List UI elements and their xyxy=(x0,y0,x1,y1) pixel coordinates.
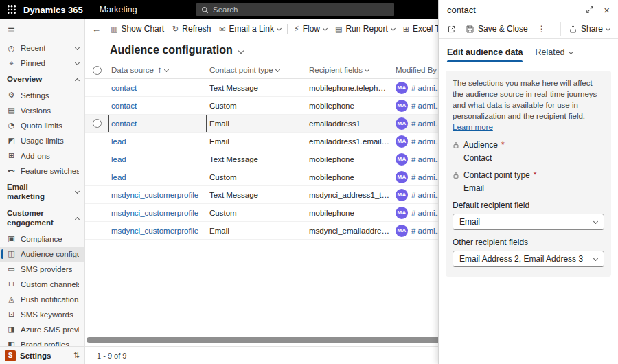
required-asterisk: * xyxy=(534,170,537,180)
expand-panel-icon[interactable] xyxy=(586,5,594,14)
data-source-link[interactable]: lead xyxy=(111,137,126,146)
chevron-down-icon xyxy=(277,25,282,30)
data-source-link[interactable]: msdynci_customerprofile xyxy=(111,227,198,235)
tab-edit-audience-data[interactable]: Edit audience data xyxy=(447,47,523,62)
show-chart-button[interactable]: ▥ Show Chart xyxy=(106,21,168,36)
chevron-down-icon xyxy=(323,25,328,30)
brand-title[interactable]: Dynamics 365 xyxy=(23,5,83,15)
default-recipient-field: Default recipient field Email xyxy=(453,201,604,230)
sidebar-group-overview[interactable]: Overview xyxy=(0,71,84,88)
global-search[interactable] xyxy=(196,3,394,16)
sidebar-item-pinned[interactable]: ⌖ Pinned xyxy=(0,56,84,71)
sidebar-item-brand-profiles[interactable]: ◧ Brand profiles xyxy=(0,337,84,346)
chevron-down-icon xyxy=(569,49,573,54)
sidebar-item-sms-providers[interactable]: ▭ SMS providers xyxy=(0,262,84,277)
chevron-down-icon xyxy=(75,45,80,49)
app-name[interactable]: Marketing xyxy=(100,5,137,14)
versions-icon: ▤ xyxy=(7,106,16,115)
record-count: 1 - 9 of 9 xyxy=(97,352,126,360)
audience-value: Contact xyxy=(464,153,604,163)
chevron-down-icon xyxy=(75,189,80,194)
row-checkbox[interactable] xyxy=(93,119,102,128)
sidebar-item-recent[interactable]: ◷ Recent xyxy=(0,41,84,56)
tab-related[interactable]: Related xyxy=(535,47,572,62)
edit-audience-form: The selections you make here will affect… xyxy=(446,71,611,277)
other-recipient-label: Other recipient fields xyxy=(453,238,604,247)
avatar: MA xyxy=(396,225,408,237)
refresh-button[interactable]: ↻ Refresh xyxy=(168,21,215,36)
lock-icon xyxy=(453,141,461,149)
sms-providers-icon: ▭ xyxy=(7,264,16,273)
default-recipient-label: Default recipient field xyxy=(453,201,604,210)
run-report-button[interactable]: ▤ Run Report xyxy=(331,21,399,36)
popout-icon xyxy=(447,25,456,34)
collapse-sidebar-button[interactable]: ≡ xyxy=(0,21,84,38)
panel-title: contact xyxy=(447,5,576,15)
close-panel-icon[interactable]: × xyxy=(604,5,610,15)
sidebar-item-custom-channels[interactable]: ⊟ Custom channels xyxy=(0,277,84,292)
toolbar-divider xyxy=(287,24,288,34)
sidebar-item-push-notifications[interactable]: ◬ Push notifications xyxy=(0,292,84,307)
default-recipient-dropdown[interactable]: Email xyxy=(453,214,604,230)
refresh-icon: ↻ xyxy=(172,25,179,34)
data-source-link[interactable]: msdynci_customerprofile xyxy=(111,209,198,217)
share-group: Share xyxy=(560,22,614,36)
more-commands-button[interactable]: ⋮ xyxy=(534,22,550,36)
sidebar-item-add-ons[interactable]: ⊞ Add-ons xyxy=(0,148,84,163)
share-button[interactable]: Share xyxy=(564,22,614,36)
open-record-button[interactable] xyxy=(443,23,460,36)
data-source-link[interactable]: contact xyxy=(111,102,137,110)
settings-app-badge: S xyxy=(5,350,16,361)
column-header-contact-point-type[interactable]: Contact point type xyxy=(207,62,306,79)
save-icon xyxy=(466,25,474,34)
chevron-up-icon xyxy=(75,78,80,83)
search-input[interactable] xyxy=(213,5,389,14)
quota-icon: ◔ xyxy=(7,121,16,130)
view-selector-chevron-icon[interactable] xyxy=(238,48,243,54)
sidebar-item-settings[interactable]: ⚙ Settings xyxy=(0,88,84,103)
chevron-down-icon xyxy=(365,67,369,72)
column-header-data-source[interactable]: Data source ↑ xyxy=(108,62,207,79)
toggle-icon: ⊷ xyxy=(7,166,16,175)
info-text: The selections you make here will affect… xyxy=(453,78,604,133)
sidebar-item-azure-sms-preview[interactable]: ◨ Azure SMS preview xyxy=(0,322,84,337)
report-icon: ▤ xyxy=(335,25,342,34)
audience-config-icon: ◫ xyxy=(7,249,16,258)
data-source-link[interactable]: contact xyxy=(111,84,137,92)
sidebar-item-compliance[interactable]: ▣ Compliance xyxy=(0,231,84,247)
data-source-link[interactable]: lead xyxy=(111,173,126,181)
select-all-checkbox[interactable] xyxy=(93,66,102,75)
data-source-link[interactable]: msdynci_customerprofile xyxy=(111,191,198,199)
other-recipient-dropdown[interactable]: Email Address 2, Email Address 3 xyxy=(453,251,604,267)
sidebar-item-usage-limits[interactable]: ◩ Usage limits xyxy=(0,133,84,148)
sidebar-item-quota-limits[interactable]: ◔ Quota limits xyxy=(0,118,84,133)
area-switcher[interactable]: S Settings ⇅ xyxy=(0,346,84,364)
sidebar-item-audience-configuration[interactable]: ◫ Audience configu... xyxy=(0,247,84,262)
column-header-recipient-fields[interactable]: Recipient fields xyxy=(306,62,393,79)
learn-more-link[interactable]: Learn more xyxy=(453,123,493,131)
avatar: MA xyxy=(396,171,408,183)
save-and-close-button[interactable]: Save & Close xyxy=(461,22,532,36)
sidebar-group-email-marketing[interactable]: Email marketing xyxy=(0,179,84,205)
avatar: MA xyxy=(396,207,408,219)
page-title: Audience configuration xyxy=(110,44,233,56)
app-window: Dynamics 365 Marketing ≡ ◷ Recent ⌖ xyxy=(0,0,618,364)
avatar: MA xyxy=(396,153,408,166)
avatar: MA xyxy=(396,82,408,94)
email-a-link-button[interactable]: ✉ Email a Link xyxy=(215,21,285,36)
sidebar-group-customer-engagement[interactable]: Customer engagement xyxy=(0,205,84,231)
contact-point-type-label: Contact point type * xyxy=(453,170,604,180)
record-side-panel: contact × Save & Close ⋮ xyxy=(438,0,618,364)
sidebar-item-sms-keywords[interactable]: ⊡ SMS keywords xyxy=(0,307,84,322)
other-recipient-fields: Other recipient fields Email Address 2, … xyxy=(453,238,604,267)
flow-button[interactable]: ⚡ Flow xyxy=(290,21,331,36)
app-launcher-icon[interactable] xyxy=(7,5,23,14)
chevron-down-icon xyxy=(593,256,598,261)
data-source-link[interactable]: lead xyxy=(111,155,126,163)
sidebar-item-feature-switches[interactable]: ⊷ Feature switches xyxy=(0,163,84,179)
avatar: MA xyxy=(396,117,408,130)
sidebar-item-versions[interactable]: ▤ Versions xyxy=(0,103,84,118)
chevron-down-icon xyxy=(606,25,610,30)
back-button[interactable]: ← xyxy=(87,21,106,37)
data-source-link[interactable]: contact xyxy=(111,120,137,128)
